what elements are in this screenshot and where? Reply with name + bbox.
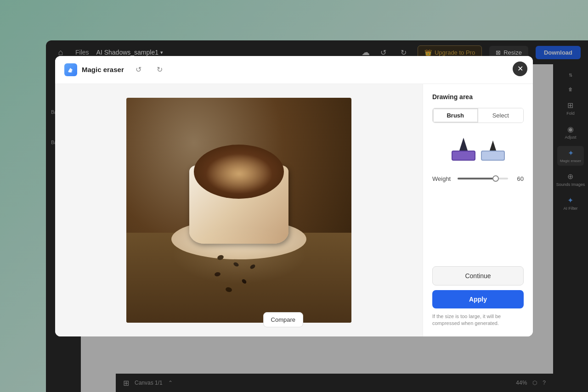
modal-settings-panel: Drawing area Brush Select [423, 84, 533, 336]
modal-undo-button[interactable]: ↺ [132, 63, 145, 76]
weight-value: 60 [513, 175, 524, 182]
weight-slider-fill [458, 178, 496, 179]
magic-eraser-modal-icon [64, 63, 77, 76]
compare-button[interactable]: Compare [263, 312, 303, 327]
continue-button[interactable]: Continue [432, 266, 524, 286]
modal-header: Magic eraser ↺ ↻ [55, 56, 533, 84]
modal-body: Compare Drawing area Brush Select [55, 84, 533, 336]
modal-note: If the size is too large, it will be com… [432, 313, 524, 327]
select-tab[interactable]: Select [478, 108, 524, 123]
light-brush-option[interactable] [481, 140, 505, 161]
svg-rect-0 [68, 71, 72, 73]
brush-tab[interactable]: Brush [433, 108, 478, 123]
dark-brush-base [452, 151, 475, 161]
weight-label: Weight [432, 175, 453, 182]
light-brush-base [481, 151, 505, 161]
eraser-svg [67, 66, 74, 73]
canvas-image[interactable] [126, 98, 351, 323]
weight-row: Weight 60 [432, 175, 524, 182]
magic-eraser-modal: Magic eraser ↺ ↻ ✕ [55, 56, 533, 336]
apply-button[interactable]: Apply [432, 290, 524, 308]
modal-close-button[interactable]: ✕ [513, 62, 527, 76]
dark-brush-option[interactable] [452, 138, 475, 161]
brush-preview [432, 130, 524, 168]
modal-image-area[interactable]: Compare [55, 84, 423, 336]
modal-overlay: Magic eraser ↺ ↻ ✕ [0, 0, 588, 392]
tool-toggle: Brush Select [432, 108, 524, 123]
modal-redo-button[interactable]: ↻ [153, 63, 166, 76]
weight-slider-thumb[interactable] [492, 175, 499, 182]
weight-slider[interactable] [458, 178, 508, 179]
drawing-area-label: Drawing area [432, 93, 524, 101]
modal-footer: Continue Apply If the size is too large,… [432, 266, 524, 327]
modal-title: Magic eraser [82, 66, 124, 73]
